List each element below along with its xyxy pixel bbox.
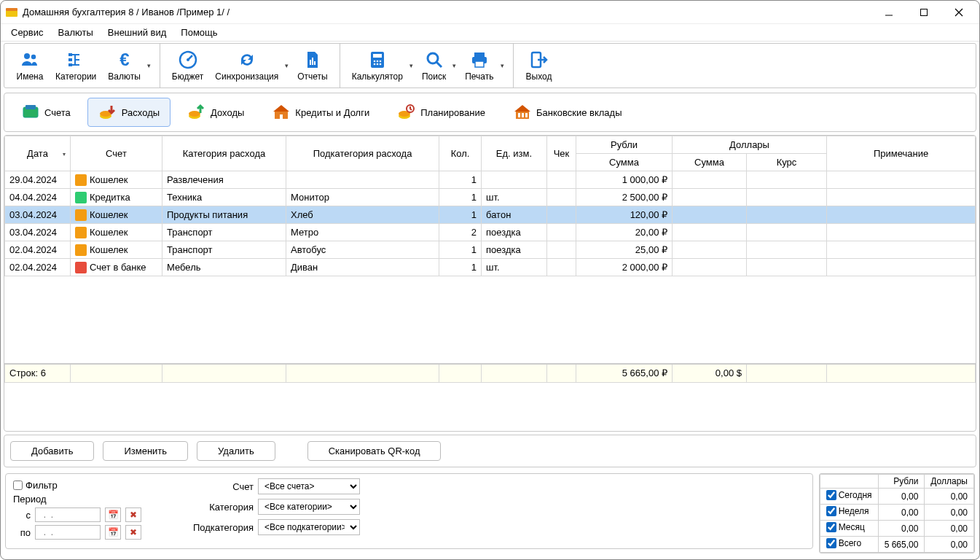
menu-service[interactable]: Сервис xyxy=(5,26,50,39)
svg-marker-46 xyxy=(514,105,530,112)
summary-row: Всего5 665,000,00 xyxy=(820,537,973,553)
toolbar-label: Выход xyxy=(526,71,552,82)
summary-row: Месяц0,000,00 xyxy=(820,521,973,537)
section-expenses-tab[interactable]: Расходы xyxy=(87,98,170,127)
filter-subcategory-select[interactable]: <Все подкатегории> xyxy=(258,519,360,535)
col-subcategory-header[interactable]: Подкатегория расхода xyxy=(286,136,439,171)
toolbar-reports-button[interactable]: Отчеты xyxy=(291,44,333,88)
toolbar-print-button[interactable]: Печать▾ xyxy=(459,44,506,88)
summary-checkbox[interactable] xyxy=(826,490,836,500)
maximize-button[interactable] xyxy=(908,2,940,23)
cell-receipt xyxy=(547,224,576,241)
summary-checkbox[interactable] xyxy=(826,538,836,548)
section-label: Расходы xyxy=(122,107,160,118)
summary-row-label: Неделя xyxy=(839,506,869,516)
cell-rate xyxy=(747,259,827,276)
toolbar-budget-button[interactable]: Бюджет xyxy=(166,44,209,88)
col-qty-header[interactable]: Кол. xyxy=(439,136,482,171)
summary-checkbox[interactable] xyxy=(826,506,836,516)
col-date-header[interactable]: Дата▾ xyxy=(5,136,71,171)
col-unit-header[interactable]: Ед. изм. xyxy=(482,136,547,171)
chevron-down-icon: ▾ xyxy=(285,62,289,69)
section-planning-tab[interactable]: Планирование xyxy=(386,98,496,127)
cell-usd xyxy=(673,171,747,189)
menu-help[interactable]: Помощь xyxy=(175,26,223,39)
expense-grid: Дата▾ Счет Категория расхода Подкатегори… xyxy=(4,135,976,432)
close-button[interactable] xyxy=(943,2,975,23)
account-icon xyxy=(75,244,87,256)
income-icon xyxy=(187,103,206,122)
toolbar-exit-button[interactable]: Выход xyxy=(520,44,559,88)
toolbar-label: Поиск xyxy=(422,71,446,82)
table-row[interactable]: 03.04.2024 Кошелек Транспорт Метро 2 пое… xyxy=(5,224,976,241)
from-label: с xyxy=(13,510,31,521)
filter-account-select[interactable]: <Все счета> xyxy=(258,478,360,494)
cell-account: Кошелек xyxy=(71,171,162,189)
calendar-from-button[interactable]: 📅 xyxy=(105,508,121,522)
clear-from-button[interactable]: ✖ xyxy=(125,508,141,522)
col-usd-rate-header[interactable]: Курс xyxy=(747,154,827,171)
cell-account: Кошелек xyxy=(71,224,162,241)
cell-rate xyxy=(747,224,827,241)
filter-category-select[interactable]: <Все категории> xyxy=(258,499,360,515)
delete-button[interactable]: Удалить xyxy=(197,441,275,461)
filter-checkbox[interactable] xyxy=(13,481,23,490)
cell-receipt xyxy=(547,241,576,259)
titlebar: Домашняя бухгалтерия 8 / Иванов /Пример … xyxy=(1,1,979,24)
cell-unit xyxy=(482,171,547,189)
table-row[interactable]: 03.04.2024 Кошелек Продукты питания Хлеб… xyxy=(5,206,976,224)
col-usd-group-header[interactable]: Доллары xyxy=(673,136,827,154)
scan-qr-button[interactable]: Сканировать QR-код xyxy=(307,441,442,461)
toolbar-search-button[interactable]: Поиск▾ xyxy=(416,44,459,88)
col-category-header[interactable]: Категория расхода xyxy=(162,136,286,171)
section-income-tab[interactable]: Доходы xyxy=(176,98,255,127)
menu-currencies[interactable]: Валюты xyxy=(52,26,99,39)
col-receipt-header[interactable]: Чек xyxy=(547,136,576,171)
to-label: по xyxy=(13,527,31,538)
col-rub-group-header[interactable]: Рубли xyxy=(576,136,673,154)
table-row[interactable]: 02.04.2024 Кошелек Транспорт Автобус 1 п… xyxy=(5,241,976,259)
section-accounts-tab[interactable]: Счета xyxy=(10,98,82,127)
date-from-input[interactable] xyxy=(35,508,101,522)
col-note-header[interactable]: Примечание xyxy=(827,136,976,171)
edit-button[interactable]: Изменить xyxy=(103,441,188,461)
toolbar-currencies-button[interactable]: €Валюты▾ xyxy=(102,44,154,88)
svg-rect-49 xyxy=(525,113,528,117)
col-usd-sum-header[interactable]: Сумма xyxy=(673,154,747,171)
table-row[interactable]: 04.04.2024 Кредитка Техника Монитор 1 шт… xyxy=(5,189,976,206)
svg-rect-30 xyxy=(475,61,484,67)
cell-date: 02.04.2024 xyxy=(5,259,71,276)
app-icon xyxy=(5,6,18,19)
table-row[interactable]: 29.04.2024 Кошелек Развлечения 1 1 000,0… xyxy=(5,171,976,189)
toolbar-categories-button[interactable]: Категории xyxy=(50,44,102,88)
col-account-header[interactable]: Счет xyxy=(71,136,162,171)
calc-icon xyxy=(367,50,388,70)
chevron-down-icon: ▾ xyxy=(409,62,413,69)
gauge-icon xyxy=(178,50,198,70)
cell-category: Техника xyxy=(162,189,286,206)
menu-view[interactable]: Внешний вид xyxy=(102,26,173,39)
cell-account: Кошелек xyxy=(71,241,162,259)
clear-to-button[interactable]: ✖ xyxy=(125,525,141,540)
toolbar-label: Бюджет xyxy=(172,71,203,82)
cell-category: Мебель xyxy=(162,259,286,276)
table-row[interactable]: 02.04.2024 Счет в банке Мебель Диван 1 ш… xyxy=(5,259,976,276)
col-rub-sum-header[interactable]: Сумма xyxy=(576,154,673,171)
section-deposits-tab[interactable]: Банковские вклады xyxy=(502,98,633,127)
summary-checkbox[interactable] xyxy=(826,522,836,532)
date-to-input[interactable] xyxy=(35,525,101,540)
add-button[interactable]: Добавить xyxy=(10,441,94,461)
svg-rect-10 xyxy=(68,63,72,66)
section-debts-tab[interactable]: Кредиты и Долги xyxy=(261,98,380,127)
cell-rate xyxy=(747,189,827,206)
calendar-to-button[interactable]: 📅 xyxy=(105,525,121,540)
toolbar-calc-button[interactable]: Калькулятор▾ xyxy=(346,44,416,88)
toolbar-sync-button[interactable]: Синхронизация▾ xyxy=(209,44,291,88)
window-title: Домашняя бухгалтерия 8 / Иванов /Пример … xyxy=(23,7,873,18)
cell-date: 29.04.2024 xyxy=(5,171,71,189)
cell-date: 04.04.2024 xyxy=(5,189,71,206)
minimize-button[interactable] xyxy=(873,2,905,23)
summary-row-label: Всего xyxy=(839,538,861,548)
deposits-icon xyxy=(513,103,532,122)
toolbar-names-button[interactable]: Имена xyxy=(10,44,50,88)
